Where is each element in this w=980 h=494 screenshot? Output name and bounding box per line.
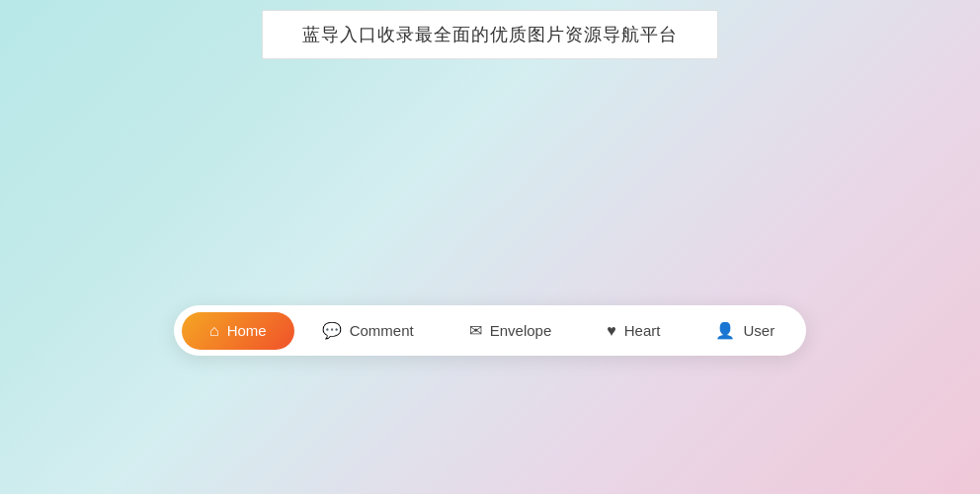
nav-item-heart[interactable]: ♥ Heart	[579, 312, 688, 350]
heart-icon: ♥	[607, 322, 616, 340]
nav-label-comment: Comment	[350, 322, 414, 339]
nav-label-heart: Heart	[624, 322, 661, 339]
nav-label-envelope: Envelope	[490, 322, 552, 339]
user-icon: 👤	[715, 321, 735, 340]
nav-item-home[interactable]: ⌂ Home	[182, 312, 294, 350]
nav-item-user[interactable]: 👤 User	[688, 311, 802, 350]
banner-text: 蓝导入口收录最全面的优质图片资源导航平台	[302, 25, 678, 44]
comment-icon: 💬	[322, 321, 342, 340]
home-icon: ⌂	[209, 322, 219, 340]
nav-item-envelope[interactable]: ✉ Envelope	[442, 311, 580, 350]
nav-label-user: User	[743, 322, 775, 339]
envelope-icon: ✉	[469, 321, 482, 340]
navbar: ⌂ Home 💬 Comment ✉ Envelope ♥ Heart 👤 Us…	[174, 305, 806, 356]
site-banner: 蓝导入口收录最全面的优质图片资源导航平台	[262, 10, 718, 59]
nav-label-home: Home	[227, 322, 267, 339]
nav-item-comment[interactable]: 💬 Comment	[294, 311, 442, 350]
